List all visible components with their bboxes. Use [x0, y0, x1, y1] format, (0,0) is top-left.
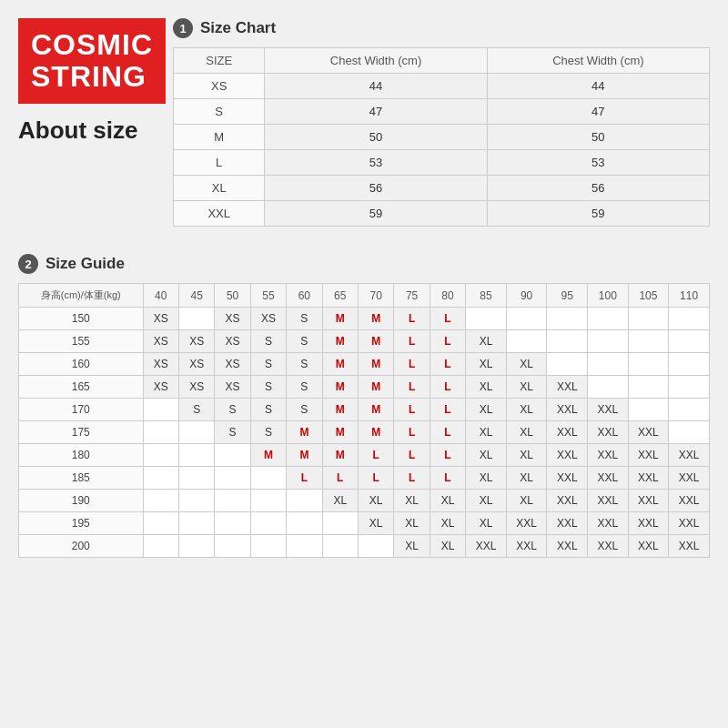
guide-size-cell: L: [394, 421, 430, 444]
guide-size-cell: XXL: [588, 490, 629, 512]
table-cell: 53: [487, 150, 709, 176]
guide-size-cell: M: [322, 421, 358, 444]
guide-size-cell: XL: [506, 399, 547, 421]
guide-height-cell: 160: [19, 353, 144, 376]
guide-size-cell: M: [358, 376, 393, 399]
logo-box: COSMIC STRING: [18, 18, 166, 104]
guide-size-cell: XS: [143, 353, 178, 376]
guide-size-cell: [178, 490, 214, 512]
guide-col-header: 110: [669, 284, 710, 308]
section1-title-text: Size Chart: [200, 19, 276, 37]
guide-size-cell: XL: [322, 490, 358, 512]
guide-col-header: 40: [143, 284, 178, 308]
guide-size-cell: [628, 330, 669, 353]
guide-size-cell: M: [287, 421, 322, 444]
guide-size-cell: L: [394, 399, 430, 421]
guide-col-header: 80: [430, 284, 465, 308]
guide-size-cell: XXL: [628, 490, 669, 512]
table-cell: 50: [487, 125, 709, 150]
guide-size-cell: S: [287, 353, 322, 376]
guide-size-cell: M: [322, 353, 358, 376]
guide-size-cell: XL: [466, 330, 507, 353]
guide-size-cell: [143, 444, 178, 467]
size-chart-table: SIZE Chest Width (cm) Chest Width (cm) X…: [173, 47, 710, 227]
guide-size-cell: L: [287, 467, 322, 490]
guide-size-cell: [250, 512, 286, 535]
guide-size-cell: XXL: [506, 535, 547, 558]
guide-size-cell: XL: [466, 444, 507, 467]
guide-size-cell: S: [250, 330, 286, 353]
guide-height-cell: 165: [19, 376, 144, 399]
guide-size-cell: [669, 330, 710, 353]
guide-size-cell: [628, 353, 669, 376]
guide-size-cell: XS: [250, 308, 286, 330]
guide-size-cell: L: [394, 467, 430, 490]
guide-size-cell: L: [430, 444, 465, 467]
guide-size-cell: [287, 490, 322, 512]
guide-size-cell: [669, 308, 710, 330]
guide-size-cell: XXL: [547, 535, 588, 558]
guide-size-cell: [669, 421, 710, 444]
guide-size-cell: S: [287, 308, 322, 330]
guide-size-cell: XL: [466, 353, 507, 376]
guide-size-cell: XL: [466, 399, 507, 421]
guide-size-cell: M: [322, 376, 358, 399]
guide-size-cell: [547, 330, 588, 353]
table-cell: 44: [487, 74, 709, 99]
guide-size-cell: [547, 308, 588, 330]
guide-size-cell: [506, 308, 547, 330]
guide-size-cell: XL: [506, 490, 547, 512]
guide-size-cell: XL: [394, 490, 430, 512]
guide-size-cell: XXL: [588, 467, 629, 490]
guide-size-cell: [628, 399, 669, 421]
guide-size-cell: [669, 399, 710, 421]
guide-size-cell: L: [394, 330, 430, 353]
guide-size-cell: [628, 376, 669, 399]
guide-col-header: 55: [250, 284, 286, 308]
guide-size-cell: XL: [506, 421, 547, 444]
guide-size-cell: XXL: [506, 512, 547, 535]
guide-size-cell: S: [178, 399, 214, 421]
guide-size-cell: [143, 490, 178, 512]
guide-height-cell: 200: [19, 535, 144, 558]
guide-size-cell: XL: [394, 512, 430, 535]
size-guide-table: 身高(cm)/体重(kg)404550556065707580859095100…: [18, 283, 710, 558]
guide-size-cell: M: [358, 421, 393, 444]
guide-size-cell: XS: [143, 330, 178, 353]
guide-size-cell: XL: [506, 353, 547, 376]
guide-col-header: 100: [588, 284, 629, 308]
guide-size-cell: S: [250, 421, 286, 444]
guide-size-cell: XS: [215, 353, 250, 376]
guide-height-cell: 180: [19, 444, 144, 467]
table-cell: 47: [487, 99, 709, 125]
guide-height-cell: 175: [19, 421, 144, 444]
table-cell: M: [174, 125, 265, 150]
guide-size-cell: [178, 467, 214, 490]
guide-size-cell: XXL: [588, 444, 629, 467]
guide-size-cell: [588, 308, 629, 330]
guide-size-cell: XXL: [547, 421, 588, 444]
guide-size-cell: M: [358, 353, 393, 376]
guide-size-cell: XL: [430, 490, 465, 512]
table-cell: 56: [487, 176, 709, 201]
guide-col-header: 70: [358, 284, 393, 308]
guide-size-cell: XXL: [547, 444, 588, 467]
guide-size-cell: XL: [430, 535, 465, 558]
guide-size-cell: L: [430, 376, 465, 399]
guide-size-cell: S: [215, 399, 250, 421]
guide-col-header: 身高(cm)/体重(kg): [19, 284, 144, 308]
guide-size-cell: XS: [143, 376, 178, 399]
guide-size-cell: M: [358, 399, 393, 421]
guide-size-cell: [287, 535, 322, 558]
guide-height-cell: 155: [19, 330, 144, 353]
guide-size-cell: M: [250, 444, 286, 467]
guide-col-header: 45: [178, 284, 214, 308]
guide-size-cell: XXL: [547, 399, 588, 421]
guide-size-cell: XL: [394, 535, 430, 558]
guide-size-cell: XL: [466, 376, 507, 399]
guide-size-cell: [669, 353, 710, 376]
guide-height-cell: 190: [19, 490, 144, 512]
guide-size-cell: XXL: [669, 490, 710, 512]
guide-col-header: 90: [506, 284, 547, 308]
guide-size-cell: M: [287, 444, 322, 467]
